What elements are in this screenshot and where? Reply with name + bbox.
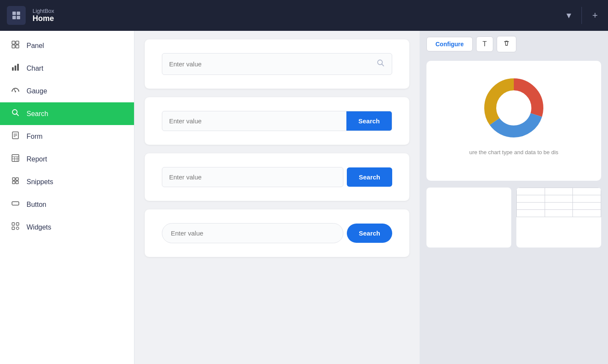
svg-rect-9	[15, 66, 16, 71]
sidebar-item-snippets[interactable]: Snippets	[0, 170, 134, 193]
table-cell	[573, 203, 601, 210]
dropdown-btn[interactable]: ▾	[563, 6, 575, 24]
sidebar: Panel Chart Gauge Search Form	[0, 31, 134, 364]
search-v1-input[interactable]	[169, 60, 376, 68]
search-card-v3: Search	[145, 153, 409, 201]
search-v4-input[interactable]	[162, 223, 343, 243]
sidebar-item-chart[interactable]: Chart	[0, 57, 134, 80]
search-card-v4: Search	[145, 209, 409, 257]
table-cell	[517, 188, 545, 195]
svg-point-11	[15, 91, 16, 92]
svg-rect-25	[12, 181, 15, 184]
search-card-v1	[145, 39, 409, 89]
table-row	[517, 210, 601, 217]
search-v1-container	[162, 53, 392, 75]
sidebar-item-widgets[interactable]: Widgets	[0, 216, 134, 239]
search-card-v2: Search	[145, 97, 409, 145]
svg-rect-28	[12, 223, 15, 225]
sidebar-item-panel[interactable]: Panel	[0, 34, 134, 57]
preview-card-left	[426, 188, 511, 248]
table-cell	[517, 210, 545, 217]
configure-button[interactable]: Configure	[426, 37, 473, 51]
snippets-icon	[10, 176, 21, 187]
widgets-icon	[10, 222, 21, 233]
search-v3-button[interactable]: Search	[347, 167, 392, 187]
table-cell	[573, 195, 601, 203]
right-panel: Configure T ure th	[420, 31, 608, 364]
svg-rect-5	[16, 41, 19, 44]
svg-line-13	[17, 114, 19, 116]
table-row	[517, 188, 601, 195]
sidebar-label-panel: Panel	[27, 42, 44, 50]
sidebar-label-search: Search	[27, 110, 48, 118]
text-format-button[interactable]: T	[476, 36, 493, 52]
table-cell	[545, 188, 573, 195]
header-title-block: LightBox Home	[33, 8, 54, 23]
delete-button[interactable]	[497, 36, 516, 52]
search-v4-container: Search	[162, 223, 392, 243]
button-icon	[10, 199, 21, 210]
table-cell	[545, 195, 573, 203]
search-v2-container: Search	[162, 111, 392, 131]
table-cell	[545, 210, 573, 217]
add-btn[interactable]: +	[589, 6, 601, 24]
svg-rect-0	[12, 12, 16, 15]
svg-rect-3	[17, 16, 20, 19]
report-icon	[10, 154, 21, 164]
svg-rect-27	[12, 202, 19, 205]
form-icon	[10, 131, 21, 142]
svg-rect-4	[12, 41, 15, 44]
search-v2-input[interactable]	[162, 111, 346, 131]
header: LightBox Home ▾ +	[0, 0, 608, 31]
right-panel-toolbar: Configure T	[420, 31, 608, 57]
svg-rect-23	[12, 178, 15, 180]
app-name: LightBox	[33, 8, 54, 14]
table-cell	[545, 203, 573, 210]
sidebar-label-button: Button	[27, 201, 46, 209]
sidebar-label-report: Report	[27, 155, 47, 163]
svg-rect-26	[16, 181, 18, 184]
layout: Panel Chart Gauge Search Form	[0, 31, 608, 364]
main-content: Search Search Search	[134, 31, 420, 364]
svg-rect-29	[16, 223, 19, 225]
preview-card-right	[516, 188, 601, 248]
search-v1-icon	[376, 59, 385, 69]
svg-rect-18	[12, 155, 19, 161]
svg-rect-6	[12, 45, 15, 48]
panel-icon	[10, 40, 21, 51]
svg-rect-24	[16, 178, 18, 180]
sidebar-item-form[interactable]: Form	[0, 125, 134, 148]
sidebar-item-search[interactable]: Search	[0, 102, 134, 125]
svg-rect-7	[16, 45, 19, 48]
svg-rect-1	[17, 12, 20, 15]
sidebar-label-snippets: Snippets	[27, 178, 53, 186]
table-row	[517, 195, 601, 203]
header-divider	[581, 7, 582, 24]
search-v4-button[interactable]: Search	[347, 224, 392, 243]
search-v2-button[interactable]: Search	[346, 111, 392, 131]
svg-rect-30	[12, 227, 15, 230]
gauge-icon	[10, 86, 21, 96]
sidebar-item-report[interactable]: Report	[0, 148, 134, 170]
chart-preview-card: ure the chart type and data to be dis	[426, 61, 601, 181]
sidebar-item-button[interactable]: Button	[0, 193, 134, 216]
app-logo-icon	[7, 6, 26, 25]
home-label: Home	[33, 14, 54, 23]
preview-row	[426, 188, 601, 248]
search-icon	[10, 108, 21, 119]
search-v3-input[interactable]	[162, 167, 343, 187]
table-preview	[516, 188, 601, 217]
table-row	[517, 203, 601, 210]
table-cell	[517, 203, 545, 210]
table-cell	[573, 188, 601, 195]
svg-rect-8	[12, 67, 14, 71]
sidebar-label-widgets: Widgets	[27, 224, 51, 231]
table-cell	[573, 210, 601, 217]
chart-caption: ure the chart type and data to be dis	[464, 149, 563, 155]
sidebar-label-form: Form	[27, 133, 42, 140]
donut-chart	[480, 74, 548, 142]
svg-rect-10	[17, 64, 19, 71]
chart-icon	[10, 63, 21, 74]
svg-line-33	[382, 64, 384, 66]
sidebar-item-gauge[interactable]: Gauge	[0, 80, 134, 102]
